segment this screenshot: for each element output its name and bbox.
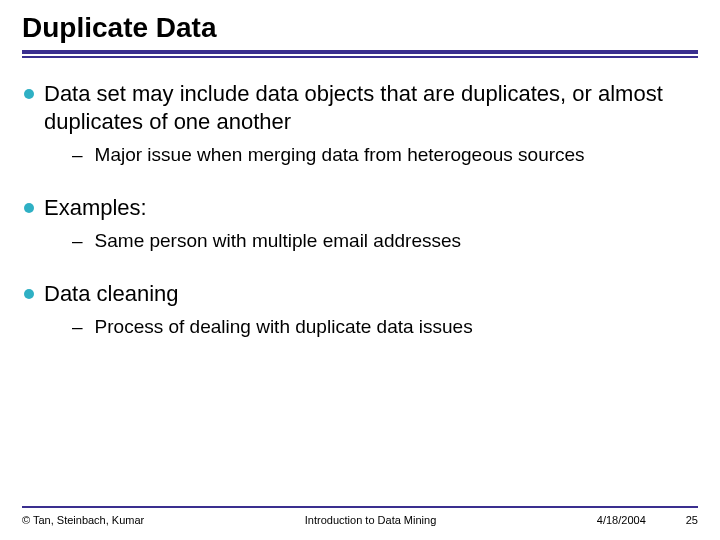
sub-item: – Same person with multiple email addres… <box>72 229 696 254</box>
slide-footer: © Tan, Steinbach, Kumar Introduction to … <box>0 506 720 526</box>
footer-copyright: © Tan, Steinbach, Kumar <box>22 514 144 526</box>
sub-text: Same person with multiple email addresse… <box>95 229 461 254</box>
bullet-text: Examples: <box>44 194 147 222</box>
dash-icon: – <box>72 143 83 168</box>
bullet-icon <box>24 289 34 299</box>
footer-page: 25 <box>686 514 698 526</box>
bullet-text: Data cleaning <box>44 280 179 308</box>
sub-text: Process of dealing with duplicate data i… <box>95 315 473 340</box>
bullet-item: Examples: <box>24 194 696 222</box>
slide-content: Data set may include data objects that a… <box>22 80 698 340</box>
sub-item: – Process of dealing with duplicate data… <box>72 315 696 340</box>
bullet-icon <box>24 89 34 99</box>
bullet-text: Data set may include data objects that a… <box>44 80 696 135</box>
sub-text: Major issue when merging data from heter… <box>95 143 585 168</box>
footer-date: 4/18/2004 <box>597 514 646 526</box>
bullet-item: Data set may include data objects that a… <box>24 80 696 135</box>
footer-course: Introduction to Data Mining <box>144 514 597 526</box>
title-rule <box>22 50 698 58</box>
slide-title: Duplicate Data <box>22 12 698 44</box>
dash-icon: – <box>72 315 83 340</box>
dash-icon: – <box>72 229 83 254</box>
sub-item: – Major issue when merging data from het… <box>72 143 696 168</box>
footer-rule <box>22 506 698 508</box>
slide: Duplicate Data Data set may include data… <box>0 0 720 540</box>
bullet-item: Data cleaning <box>24 280 696 308</box>
footer-row: © Tan, Steinbach, Kumar Introduction to … <box>22 514 698 526</box>
bullet-icon <box>24 203 34 213</box>
